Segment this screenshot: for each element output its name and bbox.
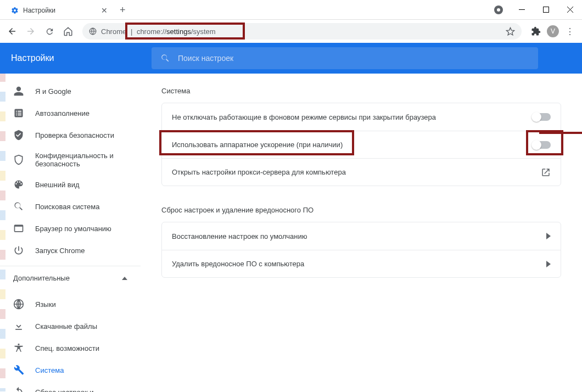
row-restore-defaults[interactable]: Восстановление настроек по умолчанию: [162, 222, 561, 250]
site-info-icon[interactable]: [89, 27, 97, 35]
settings-header: Настройки: [0, 43, 582, 74]
window-minimize-button[interactable]: [510, 2, 534, 18]
sidebar-item-palette[interactable]: Внешний вид: [0, 173, 132, 195]
browser-icon: [13, 223, 24, 234]
browser-tab[interactable]: Настройки ✕: [4, 2, 114, 19]
sidebar-item-accessibility[interactable]: Спец. возможности: [0, 337, 132, 359]
shield-icon: [13, 154, 24, 165]
globe-icon: [13, 299, 24, 310]
search-icon: [13, 201, 24, 212]
sidebar-item-autofill[interactable]: Автозаполнение: [0, 102, 132, 124]
back-button[interactable]: [4, 24, 20, 39]
browser-toolbar: Chrome | chrome://settings/system V ⋮: [0, 20, 582, 43]
sidebar-item-label: Спец. возможности: [35, 344, 99, 352]
wrench-icon: [13, 365, 24, 376]
sidebar-item-label: Проверка безопасности: [35, 131, 114, 139]
row-label: Восстановление настроек по умолчанию: [172, 232, 307, 240]
toggle-hardware-acceleration[interactable]: [532, 141, 551, 149]
sidebar-item-label: Языки: [35, 300, 56, 309]
section-title-reset: Сброс настроек и удаление вредоносного П…: [161, 206, 561, 214]
tab-title: Настройки: [23, 7, 55, 14]
url-display: Chrome | chrome://settings/system: [101, 27, 216, 36]
settings-sidebar: Я и GoogleАвтозаполнениеПроверка безопас…: [0, 74, 141, 392]
address-bar[interactable]: Chrome | chrome://settings/system: [82, 23, 522, 40]
sidebar-item-label: Конфиденциальность и безопасность: [35, 152, 127, 168]
settings-search-input[interactable]: [178, 54, 529, 63]
settings-search-box[interactable]: [152, 47, 538, 69]
sidebar-item-label: Скачанные файлы: [35, 322, 97, 331]
profile-avatar[interactable]: V: [547, 25, 559, 37]
bookmark-star-icon[interactable]: [506, 27, 515, 36]
extensions-button[interactable]: [528, 24, 544, 39]
toggle-background-apps[interactable]: [532, 113, 551, 121]
section-title-system: Система: [161, 87, 561, 95]
sidebar-item-globe[interactable]: Языки: [0, 293, 132, 315]
power-icon: [13, 245, 24, 256]
search-icon: [160, 53, 170, 63]
settings-title: Настройки: [0, 53, 152, 63]
window-close-button[interactable]: [558, 2, 582, 18]
sidebar-item-reset[interactable]: Сброс настроек и: [0, 381, 132, 392]
row-label: Не отключать работающие в фоновом режиме…: [172, 113, 436, 121]
svg-rect-0: [519, 9, 525, 10]
settings-main: Система Не отключать работающие в фоново…: [141, 74, 582, 392]
window-controls: [494, 0, 582, 19]
sidebar-item-label: Браузер по умолчанию: [35, 225, 111, 233]
sidebar-item-label: Поисковая система: [35, 203, 100, 211]
sidebar-item-label: Система: [35, 366, 64, 374]
sidebar-item-shield[interactable]: Конфиденциальность и безопасность: [0, 146, 132, 173]
download-icon: [13, 321, 24, 332]
settings-gear-icon: [11, 7, 19, 14]
card-reset: Восстановление настроек по умолчанию Уда…: [161, 222, 561, 278]
sidebar-item-wrench[interactable]: Система: [0, 359, 132, 381]
sidebar-item-power[interactable]: Запуск Chrome: [0, 239, 132, 261]
profile-indicator-icon[interactable]: [494, 5, 503, 14]
reset-icon: [13, 387, 24, 392]
window-titlebar: Настройки ✕ +: [0, 0, 582, 20]
chevron-right-icon: [546, 233, 551, 239]
sidebar-item-browser[interactable]: Браузер по умолчанию: [0, 217, 132, 239]
home-button[interactable]: [60, 24, 76, 39]
svg-rect-1: [543, 7, 549, 13]
row-proxy-settings[interactable]: Открыть настройки прокси-сервера для ком…: [162, 158, 561, 186]
external-link-icon: [541, 167, 551, 177]
accessibility-icon: [13, 343, 24, 354]
card-system: Не отключать работающие в фоновом режиме…: [161, 103, 561, 186]
chevron-right-icon: [546, 261, 551, 267]
forward-button[interactable]: [23, 24, 38, 39]
autofill-icon: [13, 108, 24, 119]
sidebar-item-search[interactable]: Поисковая система: [0, 195, 132, 217]
shield-check-icon: [13, 130, 24, 141]
sidebar-item-label: Внешний вид: [35, 181, 80, 189]
row-background-apps: Не отключать работающие в фоновом режиме…: [162, 103, 561, 131]
sidebar-item-label: Сброс настроек и: [35, 388, 94, 393]
sidebar-item-person[interactable]: Я и Google: [0, 80, 132, 102]
sidebar-item-label: Автозаполнение: [35, 109, 89, 117]
row-remove-malware[interactable]: Удалить вредоносное ПО с компьютера: [162, 250, 561, 277]
palette-icon: [13, 179, 24, 190]
sidebar-item-label: Я и Google: [35, 87, 71, 96]
chevron-up-icon: [122, 277, 127, 280]
person-icon: [13, 86, 24, 97]
sidebar-item-download[interactable]: Скачанные файлы: [0, 315, 132, 337]
sidebar-item-shield-check[interactable]: Проверка безопасности: [0, 124, 132, 146]
row-label: Открыть настройки прокси-сервера для ком…: [172, 168, 346, 176]
row-hardware-acceleration: Использовать аппаратное ускорение (при н…: [162, 131, 561, 158]
advanced-label: Дополнительные: [13, 274, 70, 282]
sidebar-item-label: Запуск Chrome: [35, 247, 85, 255]
browser-menu-button[interactable]: ⋮: [562, 24, 578, 39]
new-tab-button[interactable]: +: [114, 1, 131, 19]
row-label: Использовать аппаратное ускорение (при н…: [172, 141, 343, 149]
window-maximize-button[interactable]: [534, 2, 558, 18]
sidebar-advanced-header[interactable]: Дополнительные: [0, 266, 141, 290]
tab-close-icon[interactable]: ✕: [101, 6, 108, 15]
row-label: Удалить вредоносное ПО с компьютера: [172, 260, 304, 268]
reload-button[interactable]: [42, 24, 57, 39]
